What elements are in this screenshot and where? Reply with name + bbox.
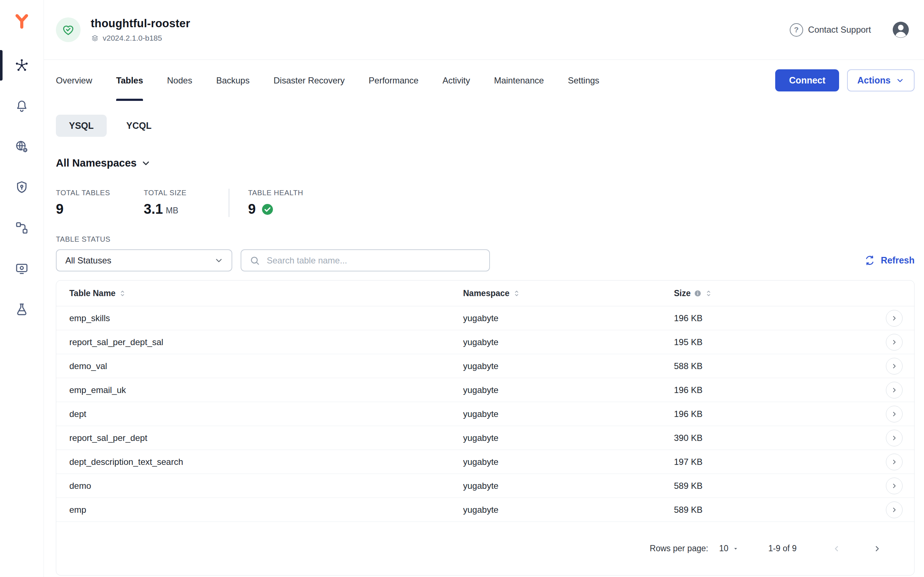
connect-button[interactable]: Connect	[775, 69, 839, 92]
status-select[interactable]: All Statuses	[56, 249, 232, 271]
row-expand-button[interactable]	[886, 501, 903, 518]
cell-size: 588 KB	[674, 361, 860, 371]
column-header-size[interactable]: Size	[674, 288, 860, 298]
chevron-right-icon	[890, 314, 898, 322]
table-row[interactable]: emp_email_uk yugabyte 196 KB	[56, 378, 914, 402]
contact-support-label: Contact Support	[808, 25, 871, 35]
previous-page-button[interactable]	[829, 541, 845, 557]
cell-namespace: yugabyte	[463, 361, 674, 371]
cell-size: 197 KB	[674, 457, 860, 467]
check-circle-icon	[261, 203, 274, 216]
cell-table-name: emp	[69, 505, 463, 515]
column-header-namespace[interactable]: Namespace	[463, 288, 674, 298]
info-icon[interactable]	[694, 290, 701, 297]
namespace-filter[interactable]: All Namespaces	[56, 157, 151, 169]
sidebar-item-monitor[interactable]	[0, 248, 44, 289]
row-expand-button[interactable]	[886, 406, 903, 422]
table-header-row: Table Name Namespace Size	[56, 280, 914, 306]
cluster-network-icon	[15, 58, 29, 73]
pagination: Rows per page: 10 1-9 of 9	[56, 522, 914, 575]
main-area: thoughtful-rooster v2024.2.1.0-b185 ? Co…	[44, 0, 924, 577]
next-page-button[interactable]	[869, 541, 885, 557]
cell-size: 196 KB	[674, 313, 860, 323]
cell-namespace: yugabyte	[463, 433, 674, 443]
sort-icon	[119, 290, 126, 297]
row-expand-button[interactable]	[886, 430, 903, 446]
sidebar-item-shield-lock[interactable]	[0, 167, 44, 208]
yugabyte-logo[interactable]	[11, 11, 32, 32]
cluster-name: thoughtful-rooster	[91, 17, 190, 30]
actions-button-label: Actions	[857, 75, 891, 85]
table-row[interactable]: demo yugabyte 589 KB	[56, 474, 914, 498]
refresh-button[interactable]: Refresh	[864, 255, 914, 266]
tab-tables[interactable]: Tables	[116, 60, 143, 101]
sidebar-item-bell[interactable]	[0, 85, 44, 126]
chevron-right-icon	[890, 482, 898, 490]
chevron-down-icon	[896, 76, 905, 85]
chevron-right-icon	[890, 434, 898, 442]
row-expand-button[interactable]	[886, 454, 903, 470]
sidebar-item-workflow[interactable]	[0, 208, 44, 248]
tab-disaster-recovery[interactable]: Disaster Recovery	[274, 60, 345, 101]
rows-per-page-select[interactable]: 10	[719, 544, 739, 553]
yugabyte-logo-icon	[14, 13, 30, 29]
cell-namespace: yugabyte	[463, 409, 674, 419]
tab-performance[interactable]: Performance	[369, 60, 418, 101]
cell-namespace: yugabyte	[463, 505, 674, 515]
chevron-right-icon	[890, 338, 898, 346]
table-row[interactable]: dept yugabyte 196 KB	[56, 402, 914, 426]
cluster-tab-bar: OverviewTablesNodesBackupsDisaster Recov…	[44, 60, 924, 101]
table-row[interactable]: dept_description_text_search yugabyte 19…	[56, 450, 914, 474]
search-input[interactable]	[266, 255, 481, 266]
user-avatar[interactable]	[891, 19, 911, 40]
table-row[interactable]: emp_skills yugabyte 196 KB	[56, 306, 914, 330]
column-label: Table Name	[69, 288, 115, 298]
cell-table-name: dept	[69, 409, 463, 419]
table-row[interactable]: demo_val yugabyte 588 KB	[56, 354, 914, 378]
actions-button[interactable]: Actions	[847, 69, 914, 92]
chevron-right-icon	[890, 362, 898, 370]
bell-icon	[15, 99, 29, 113]
table-row[interactable]: emp yugabyte 589 KB	[56, 498, 914, 522]
api-tab-ysql[interactable]: YSQL	[56, 114, 107, 137]
rows-per-page-label: Rows per page:	[650, 544, 708, 553]
cell-table-name: emp_skills	[69, 313, 463, 323]
shield-lock-icon	[15, 180, 29, 195]
chevron-right-icon	[872, 544, 882, 553]
sidebar-item-flask[interactable]	[0, 289, 44, 329]
stats-divider	[229, 189, 229, 217]
tables-stats: TOTAL TABLES 9 TOTAL SIZE 3.1 MB TABLE H…	[56, 189, 914, 217]
tab-backups[interactable]: Backups	[216, 60, 250, 101]
stat-total-size-value: 3.1	[144, 201, 163, 217]
tab-maintenance[interactable]: Maintenance	[494, 60, 543, 101]
column-label: Size	[674, 288, 691, 298]
row-expand-button[interactable]	[886, 477, 903, 494]
stat-total-tables: TOTAL TABLES 9	[56, 189, 144, 217]
row-expand-button[interactable]	[886, 310, 903, 327]
contact-support-link[interactable]: ? Contact Support	[790, 23, 871, 37]
tab-settings[interactable]: Settings	[568, 60, 600, 101]
flask-icon	[15, 302, 29, 316]
tab-nodes[interactable]: Nodes	[167, 60, 192, 101]
tables-card: Table Name Namespace Size	[56, 280, 914, 575]
row-expand-button[interactable]	[886, 358, 903, 374]
tab-activity[interactable]: Activity	[442, 60, 470, 101]
cell-size: 196 KB	[674, 385, 860, 395]
sidebar-item-globe-gear[interactable]	[0, 126, 44, 167]
row-expand-button[interactable]	[886, 334, 903, 351]
cell-table-name: report_sal_per_dept	[69, 433, 463, 443]
api-tab-ycql[interactable]: YCQL	[113, 114, 164, 137]
tab-overview[interactable]: Overview	[56, 60, 92, 101]
cluster-version-row: v2024.2.1.0-b185	[91, 34, 190, 42]
table-row[interactable]: report_sal_per_dept yugabyte 390 KB	[56, 426, 914, 450]
cell-namespace: yugabyte	[463, 313, 674, 323]
table-row[interactable]: report_sal_per_dept_sal yugabyte 195 KB	[56, 330, 914, 354]
monitor-icon	[15, 261, 29, 276]
sidebar-item-cluster-network[interactable]	[0, 45, 44, 85]
row-expand-button[interactable]	[886, 382, 903, 398]
stat-total-tables-value: 9	[56, 201, 63, 217]
column-header-table-name[interactable]: Table Name	[69, 288, 463, 298]
rows-per-page-value: 10	[719, 544, 728, 553]
cell-size: 589 KB	[674, 505, 860, 515]
refresh-icon	[864, 255, 876, 266]
